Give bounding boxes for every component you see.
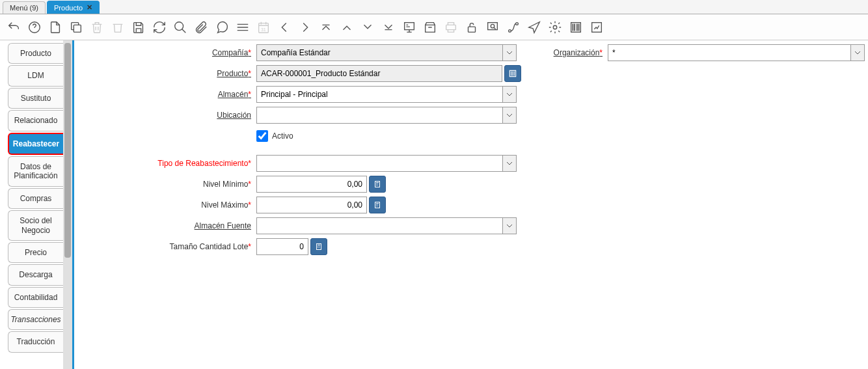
sidebar-scrollbar[interactable] (63, 40, 72, 369)
lock-icon[interactable] (463, 19, 480, 36)
prev-record-icon[interactable] (338, 19, 355, 36)
sidebar: Producto LDM Sustituto Relacionado Reaba… (0, 40, 63, 369)
label-tipo: Tipo de Reabastecimiento* (87, 159, 256, 168)
lote-field[interactable] (256, 238, 308, 255)
svg-point-9 (509, 29, 511, 32)
sidebar-item-planificacion[interactable]: Datos de Planificación (8, 156, 63, 187)
almacen-field[interactable] (256, 86, 502, 103)
sidebar-item-producto[interactable]: Producto (8, 43, 63, 64)
window-tabs: Menú (9) Producto ✕ (0, 0, 868, 14)
first-record-icon[interactable] (318, 19, 334, 36)
sidebar-item-transacciones[interactable]: Transacciones (8, 309, 63, 330)
archive-icon[interactable] (422, 19, 439, 36)
sidebar-item-relacionado[interactable]: Relacionado (8, 110, 63, 131)
save-icon[interactable] (130, 19, 147, 36)
go-back-icon[interactable] (276, 19, 293, 36)
tab-menu-label: Menú (9) (10, 4, 38, 12)
delete-selection-icon (109, 19, 126, 36)
chat-icon[interactable] (213, 19, 230, 36)
print-icon (442, 19, 459, 36)
sidebar-item-reabastecer[interactable]: Reabastecer (8, 133, 63, 155)
sidebar-item-socio[interactable]: Socio del Negocio (8, 210, 63, 241)
calendar-icon: 31 (255, 19, 272, 36)
svg-rect-5 (405, 22, 414, 29)
scrollbar-thumb[interactable] (64, 43, 71, 258)
label-almacen: Almacén* (87, 90, 256, 99)
sidebar-item-contabilidad[interactable]: Contabilidad (8, 287, 63, 308)
label-nivelmin: Nivel Mínimo* (87, 180, 256, 189)
nivelmax-field[interactable] (256, 197, 367, 213)
label-lote: Tamaño Cantidad Lote* (87, 242, 256, 251)
nivelmin-field[interactable] (256, 176, 367, 193)
activo-checkbox-wrap[interactable]: Activo (256, 130, 293, 142)
tab-producto-label: Producto (54, 4, 83, 12)
tipo-field[interactable] (256, 155, 502, 172)
ubicacion-field[interactable] (256, 107, 502, 124)
almacen-dropdown-icon[interactable] (502, 86, 517, 103)
producto-field[interactable] (256, 65, 502, 82)
go-forward-icon[interactable] (297, 19, 314, 36)
attach-icon[interactable] (193, 19, 210, 36)
copy-icon[interactable] (68, 19, 85, 36)
close-icon[interactable]: ✕ (87, 3, 92, 12)
tab-menu[interactable]: Menú (9) (3, 1, 46, 14)
label-organizacion: Organización* (530, 48, 608, 57)
last-record-icon[interactable] (380, 19, 397, 36)
sidebar-item-traduccion[interactable]: Traducción (8, 331, 63, 352)
help-icon[interactable] (26, 19, 43, 36)
sidebar-item-ldm[interactable]: LDM (8, 65, 63, 86)
report-icon[interactable] (401, 19, 418, 36)
delete-icon (88, 19, 105, 36)
activo-label: Activo (272, 131, 293, 141)
svg-text:31: 31 (261, 27, 266, 31)
label-producto: Producto* (87, 69, 256, 78)
ubicacion-dropdown-icon[interactable] (502, 107, 517, 124)
sidebar-item-sustituto[interactable]: Sustituto (8, 88, 63, 109)
product-info-icon[interactable] (567, 19, 584, 36)
zoom-across-icon[interactable] (484, 19, 501, 36)
label-compania: Compañía* (87, 48, 256, 57)
svg-rect-6 (468, 27, 476, 32)
tab-producto[interactable]: Producto ✕ (47, 1, 100, 14)
svg-point-10 (516, 22, 519, 25)
sidebar-item-precio[interactable]: Precio (8, 242, 63, 263)
svg-point-11 (553, 25, 557, 29)
svg-rect-1 (74, 25, 81, 32)
search-icon[interactable] (172, 19, 189, 36)
chart-icon[interactable] (588, 19, 605, 36)
main-area: Producto LDM Sustituto Relacionado Reaba… (0, 40, 868, 369)
sidebar-item-compras[interactable]: Compras (8, 188, 63, 209)
undo-icon[interactable] (5, 19, 22, 36)
sidebar-item-descarga[interactable]: Descarga (8, 264, 63, 285)
nivelmin-calc-icon[interactable] (369, 176, 386, 193)
form-area: Compañía* Organización* Produ (74, 40, 868, 369)
svg-rect-7 (488, 22, 498, 29)
grid-icon[interactable] (234, 19, 251, 36)
label-almacenfuente: Almacén Fuente (87, 221, 256, 230)
nivelmax-calc-icon[interactable] (369, 197, 386, 213)
activo-checkbox[interactable] (256, 130, 268, 142)
next-record-icon[interactable] (359, 19, 376, 36)
workflow-icon[interactable] (505, 19, 522, 36)
almacenfuente-field[interactable] (256, 217, 502, 234)
tipo-dropdown-icon[interactable] (502, 155, 517, 172)
gear-icon[interactable] (547, 19, 563, 36)
refresh-icon[interactable] (151, 19, 168, 36)
label-nivelmax: Nivel Máximo* (87, 200, 256, 210)
organizacion-field[interactable] (608, 44, 850, 61)
lote-calc-icon[interactable] (310, 238, 327, 255)
compania-field[interactable] (256, 44, 502, 61)
producto-lookup-icon[interactable] (504, 65, 521, 82)
almacenfuente-dropdown-icon[interactable] (502, 217, 517, 234)
label-ubicacion: Ubicación (87, 111, 256, 120)
new-icon[interactable] (47, 19, 64, 36)
svg-point-2 (175, 21, 183, 30)
organizacion-dropdown-icon[interactable] (850, 44, 865, 61)
compania-dropdown-icon[interactable] (502, 44, 517, 61)
send-icon[interactable] (526, 19, 543, 36)
toolbar: 31 (0, 14, 868, 40)
